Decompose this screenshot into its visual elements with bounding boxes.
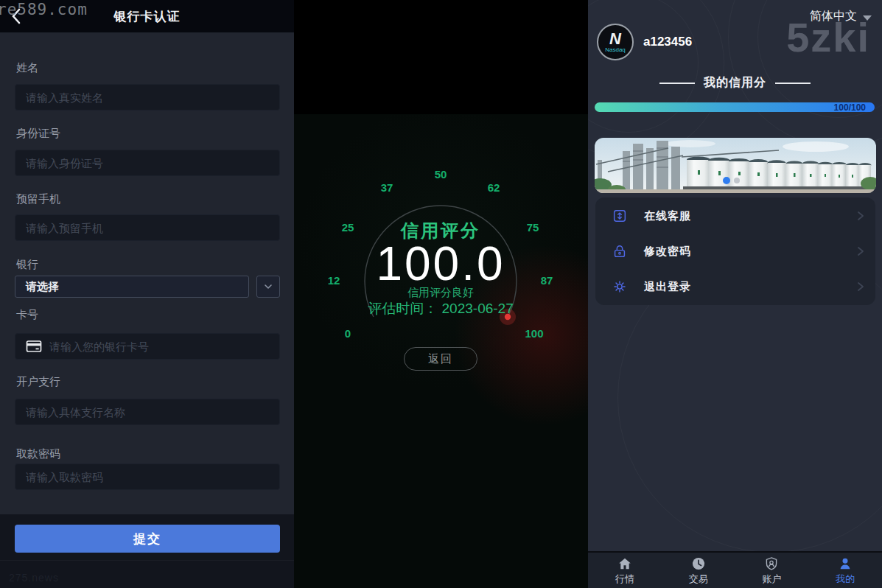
bottom-navigation: 行情 交易 账户 我的 [588,551,882,588]
gauge-tick-50: 50 [435,168,447,181]
watermark-bottom-left: 275.news [9,572,59,584]
nav-item-market[interactable]: 行情 [588,553,662,588]
user-icon [837,556,853,572]
shield-user-icon [763,556,780,572]
field-label-name: 姓名 [16,61,38,75]
carousel-dot-active[interactable] [723,177,730,184]
home-icon [617,556,633,572]
chevron-down-icon [262,281,274,293]
id-number-input[interactable] [15,150,280,176]
menu-item-label: 退出登录 [644,280,691,294]
profile-screen: 5zki 简体中文 N Nasdaq a123456 我的信用分 100/100 [588,0,882,588]
language-selector[interactable]: 简体中文 [810,9,857,24]
field-label-card-number: 卡号 [16,308,38,322]
nav-item-account[interactable]: 账户 [735,553,809,588]
gauge-tick-37: 37 [381,181,393,194]
chevron-right-icon [855,245,867,257]
gauge-tick-62: 62 [488,181,500,194]
bank-select-value: 请选择 [26,280,59,294]
menu-item-label: 修改密码 [644,245,691,259]
field-label-phone: 预留手机 [16,192,60,206]
clock-icon [690,556,707,572]
gauge-tick-87: 87 [541,274,553,287]
chevron-right-icon [855,210,867,222]
gauge-tick-25: 25 [342,221,354,234]
title-line-right [775,83,811,84]
field-label-id-number: 身份证号 [16,127,60,141]
branch-input[interactable] [15,399,280,425]
nav-item-mine[interactable]: 我的 [808,553,882,588]
bank-card-verification-screen: 银行卡认证 re589.com 姓名 身份证号 预留手机 银行 请选择 卡号 开… [0,0,294,588]
card-number-input[interactable] [15,333,280,360]
credit-progress-value: 100/100 [834,102,875,113]
nav-label: 交易 [689,573,708,586]
silo-illustration [595,138,876,193]
carousel-dot[interactable] [734,178,740,183]
phone-input[interactable] [15,214,280,241]
nav-item-trade[interactable]: 交易 [662,553,735,588]
bank-select[interactable]: 请选择 [15,276,249,298]
gauge-tick-75: 75 [527,221,539,234]
gauge-tick-0: 0 [345,327,351,340]
nav-label: 我的 [836,573,855,586]
banner-image[interactable] [595,138,876,193]
page-title: 银行卡认证 [114,8,181,25]
name-input[interactable] [15,84,280,111]
menu-item-change-password[interactable]: 修改密码 [595,234,875,269]
carousel-dots [723,177,740,184]
nav-label: 账户 [762,573,781,586]
nav-label: 行情 [615,573,634,586]
menu-item-label: 在线客服 [644,209,691,223]
username: a123456 [643,35,692,49]
credit-score-screen: 0 12 25 37 50 62 75 87 100 信用评分 100.0 信用… [294,0,588,588]
submit-button[interactable]: 提交 [15,525,280,553]
gear-icon [612,279,628,295]
caret-down-icon[interactable] [863,15,872,21]
avatar-brand-label: Nasdaq [605,46,626,53]
bank-select-dropdown-button[interactable] [256,276,280,298]
field-label-branch: 开户支行 [16,375,60,389]
customer-service-icon [612,208,628,224]
credit-title-row: 我的信用分 [588,75,882,91]
avatar: N Nasdaq [597,24,634,60]
credit-score-value: 100.0 [376,237,505,291]
withdraw-password-input[interactable] [15,463,280,490]
menu-item-logout[interactable]: 退出登录 [595,269,875,304]
form-footer: 提交 275.news [0,514,294,588]
credit-score-status: 信用评分良好 [407,286,474,300]
return-button[interactable]: 返回 [404,347,477,371]
credit-section-title: 我的信用分 [704,75,766,91]
profile-menu-card: 在线客服 修改密码 退出登录 [595,197,875,305]
bank-card-icon [25,337,43,355]
chevron-right-icon [855,281,867,293]
avatar-letter: N [609,32,621,46]
watermark-top-left: re589.com [0,1,88,18]
footer-divider [0,560,294,561]
evaluation-time: 评估时间： 2023-06-27 [368,299,513,318]
title-line-left [659,83,695,84]
menu-item-customer-service[interactable]: 在线客服 [595,198,875,234]
credit-progress-bar: 100/100 [595,102,875,112]
gauge-tick-12: 12 [328,274,340,287]
field-label-withdraw-password: 取款密码 [16,447,60,461]
lock-icon [612,243,628,259]
gauge-tick-100: 100 [525,327,543,340]
field-label-bank: 银行 [16,258,38,272]
